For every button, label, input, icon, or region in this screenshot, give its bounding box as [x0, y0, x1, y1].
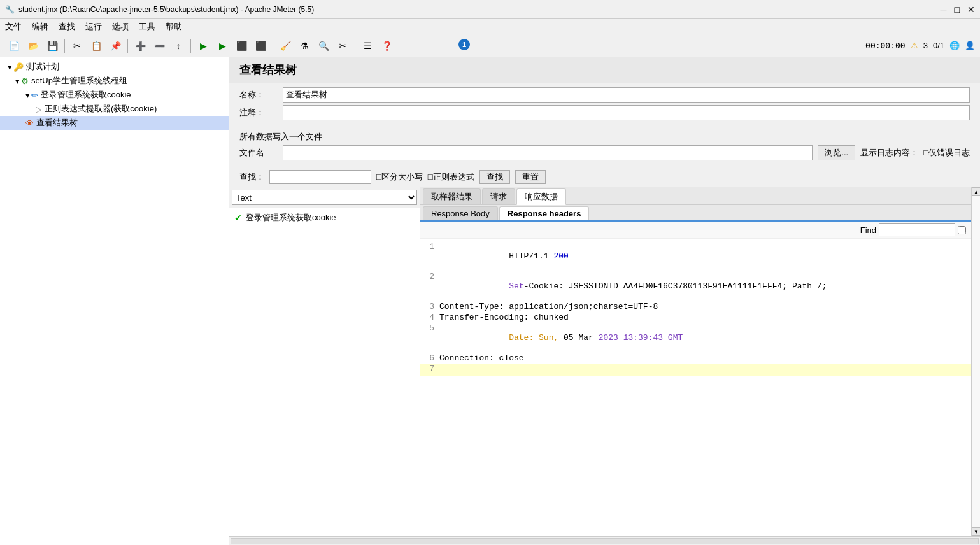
scissors2-button[interactable]: ✂ [334, 37, 352, 55]
line-content-1: HTTP/1.1 200 [439, 242, 971, 271]
new-button[interactable]: 📄 [5, 37, 23, 55]
tree-item-test-plan[interactable]: ▾ 🔑 测试计划 [0, 60, 229, 74]
comment-label: 注释： [239, 107, 278, 118]
stop-button[interactable]: ⬛ [232, 37, 250, 55]
collapse-button[interactable]: ➖ [150, 37, 168, 55]
paste-button[interactable]: 📌 [106, 37, 124, 55]
ratio-display: 0/1 [933, 41, 944, 50]
window-title: student.jmx (D:\RuanCe\apache-jmeter-5.5… [18, 5, 314, 14]
response-line-5: 5 Date: Sun, 05 Mar 2023 13:39:43 GMT [420, 323, 971, 353]
scroll-up-button[interactable]: ▲ [972, 187, 980, 196]
line-num-7: 7 [420, 364, 439, 376]
content-area: Text JSON HTML XML ✔ 登录管理系统获取cookie [229, 187, 980, 536]
tree-item-regex[interactable]: ▷ 正则表达式提取器(获取cookie) [0, 102, 229, 116]
menu-file[interactable]: 文件 [5, 21, 22, 32]
search-row: 查找： □区分大小写 □正则表达式 查找 重置 [229, 167, 980, 187]
tab-sampler-result[interactable]: 取样器结果 [423, 188, 481, 204]
expand-icon: ▾ [8, 62, 12, 72]
menu-options[interactable]: 选项 [112, 21, 129, 32]
stop2-button[interactable]: ⬛ [252, 37, 269, 55]
bottom-scrollbar[interactable] [229, 536, 980, 545]
badge: 1 [458, 39, 470, 50]
maximize-button[interactable]: □ [955, 4, 960, 15]
name-label: 名称： [239, 89, 278, 101]
right-scrollbar[interactable]: ▲ ▼ [971, 187, 980, 536]
toggle-button[interactable]: ↕ [169, 37, 187, 55]
title-bar: 🔧 student.jmx (D:\RuanCe\apache-jmeter-5… [0, 0, 980, 19]
success-icon: ✔ [234, 213, 242, 223]
scroll-track[interactable] [972, 196, 980, 527]
menu-edit[interactable]: 编辑 [32, 21, 48, 32]
search-input[interactable] [269, 170, 371, 184]
regex-label: □正则表达式 [428, 171, 474, 183]
browse-button[interactable]: 浏览... [818, 145, 855, 160]
comment-input[interactable] [283, 105, 970, 120]
tree-item-login[interactable]: ▾ ✏ 登录管理系统获取cookie [0, 88, 229, 102]
response-line-7: 7 [420, 364, 971, 376]
find-checkbox[interactable] [958, 226, 966, 234]
tree-item-setup[interactable]: ▾ ⚙ setUp学生管理系统线程组 [0, 74, 229, 88]
expand-icon3: ▾ [25, 90, 30, 100]
line-content-3: Content-Type: application/json;charset=U… [439, 302, 971, 311]
search-button[interactable]: 查找 [479, 170, 510, 184]
response-line-3: 3 Content-Type: application/json;charset… [420, 301, 971, 312]
subtab-response-body[interactable]: Response Body [423, 206, 498, 220]
tabs-bar: 取样器结果 请求 响应数据 [420, 187, 971, 205]
toolbar-right: 00:00:00 ⚠ 3 0/1 🌐 👤 [865, 41, 975, 50]
menu-find[interactable]: 查找 [59, 21, 75, 32]
expand-button[interactable]: ➕ [131, 37, 149, 55]
menu-help[interactable]: 帮助 [166, 21, 182, 32]
user-icon: 👤 [965, 41, 975, 50]
tab-request[interactable]: 请求 [482, 188, 515, 204]
reset-button[interactable]: 重置 [515, 170, 546, 184]
line-content-4: Transfer-Encoding: chunked [439, 313, 971, 322]
http-icon: ✏ [31, 90, 38, 100]
warning-icon: ⚠ [911, 41, 918, 50]
scroll-down-button[interactable]: ▼ [972, 527, 980, 536]
format-dropdown[interactable]: Text JSON HTML XML [232, 190, 417, 205]
menu-run[interactable]: 运行 [85, 21, 102, 32]
find-input[interactable] [879, 223, 955, 236]
save-button[interactable]: 💾 [43, 37, 61, 55]
close-button[interactable]: ✕ [967, 4, 975, 15]
file-input[interactable] [283, 145, 813, 160]
open-button[interactable]: 📂 [24, 37, 42, 55]
jars-button[interactable]: ⚗ [295, 37, 313, 55]
sep4 [273, 39, 273, 53]
tab-response-data[interactable]: 响应数据 [516, 188, 566, 205]
sep5 [355, 39, 355, 53]
tree-item-result-tree[interactable]: 👁 查看结果树 [0, 116, 229, 130]
tree-label-result-tree: 查看结果树 [36, 117, 78, 129]
error-only-label: □仅错误日志 [923, 147, 970, 159]
subtab-response-headers[interactable]: Response headers [499, 206, 590, 220]
minimize-button[interactable]: ─ [941, 4, 947, 15]
timer-display: 00:00:00 [865, 41, 905, 50]
list-button[interactable]: ☰ [359, 37, 376, 55]
tree-label-regex: 正则表达式提取器(获取cookie) [45, 103, 157, 115]
sample-item-label: 登录管理系统获取cookie [246, 212, 336, 223]
form-section: 名称： 注释： [229, 83, 980, 127]
sample-item[interactable]: ✔ 登录管理系统获取cookie [229, 211, 420, 225]
run-extra-button[interactable]: ▶ 1 [213, 37, 231, 55]
h-scroll-track[interactable] [231, 538, 979, 544]
line-num-5: 5 [420, 323, 439, 352]
extractor-icon: ▷ [36, 104, 42, 114]
sub-tabs-bar: Response Body Response headers [420, 205, 971, 222]
app-icon: 🔧 [5, 5, 15, 14]
find-bar: Find [420, 222, 971, 239]
line-content-7 [439, 364, 971, 376]
setup-icon: ⚙ [21, 76, 29, 86]
warning-count: 3 [923, 41, 928, 50]
cut-button[interactable]: ✂ [68, 37, 86, 55]
panel-header: 查看结果树 [229, 57, 980, 83]
menu-tools[interactable]: 工具 [139, 21, 155, 32]
line-num-3: 3 [420, 302, 439, 311]
response-body: 1 HTTP/1.1 200 2 Set-Cookie: JSESSIONID=… [420, 239, 971, 536]
run-button[interactable]: ▶ [194, 37, 212, 55]
broom-button[interactable]: 🧹 [276, 37, 294, 55]
response-line-4: 4 Transfer-Encoding: chunked [420, 312, 971, 323]
copy-button[interactable]: 📋 [87, 37, 105, 55]
search-button[interactable]: 🔍 [315, 37, 332, 55]
name-input[interactable] [283, 87, 970, 103]
help-button[interactable]: ❓ [378, 37, 395, 55]
